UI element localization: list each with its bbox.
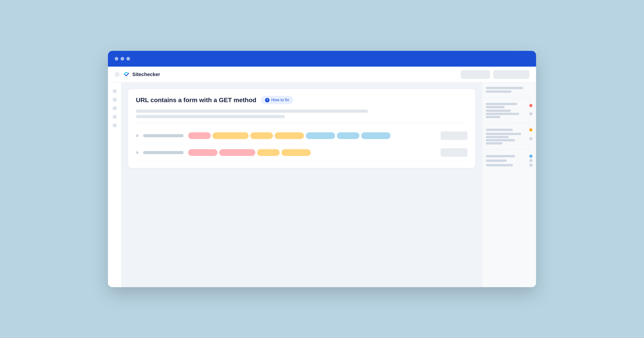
rs-line-1 [486, 87, 523, 89]
tag-orange-1 [212, 132, 248, 139]
row-action-1[interactable] [440, 131, 468, 140]
rs-line-7 [486, 116, 500, 118]
row-label-1 [143, 134, 184, 137]
tag-blue-2 [337, 132, 360, 139]
tag-pink-1 [188, 132, 211, 139]
rs-line-3 [486, 103, 517, 105]
main-content: URL contains a form with a GET method ? … [122, 82, 482, 287]
rs-line-15 [486, 164, 513, 166]
content-wrapper: URL contains a form with a GET method ? … [108, 82, 536, 287]
nav-back-button[interactable] [115, 72, 120, 77]
rs-sep-1 [486, 98, 532, 98]
row-indicator-1 [136, 134, 138, 137]
rs-item-4-3 [486, 164, 532, 167]
logo-text: Sitechecker [132, 72, 160, 77]
rs-dot-gray-2 [529, 137, 532, 140]
rs-label-2-1 [486, 103, 528, 108]
how-to-fix-icon: ? [265, 98, 270, 102]
navbar-right [461, 70, 529, 79]
sidebar-nav-item-2[interactable] [113, 98, 117, 102]
how-to-fix-button[interactable]: ? How to fix [261, 96, 293, 104]
rs-label-3-1 [486, 129, 528, 131]
tag-orange-2 [250, 132, 273, 139]
row-tags-2 [188, 149, 436, 156]
browser-dots [115, 57, 130, 60]
card-divider-1 [136, 123, 468, 123]
browser-dot-2 [120, 57, 124, 60]
rs-item-3-1 [486, 128, 532, 131]
rs-item-1-1 [486, 87, 532, 89]
rs-group-3 [486, 128, 532, 145]
table-row-2 [136, 144, 468, 161]
rs-item-2-2 [486, 110, 532, 118]
row-label-2 [143, 151, 184, 154]
rs-label-4-1 [486, 155, 528, 157]
description-line-1 [136, 110, 368, 113]
rs-label-4-2 [486, 160, 528, 162]
card-title: URL contains a form with a GET method [136, 97, 256, 104]
rs-dot-orange [529, 128, 532, 131]
logo-area: Sitechecker [123, 71, 160, 78]
table-row-1 [136, 127, 468, 144]
rs-line-11 [486, 139, 515, 141]
description-line-2 [136, 115, 285, 118]
rs-dot-gray-4 [529, 164, 532, 167]
tag-blue-1 [306, 132, 335, 139]
rs-group-4 [486, 155, 532, 167]
rs-dot-red [529, 104, 532, 107]
rs-item-4-2 [486, 159, 532, 162]
sidebar-nav-item-5[interactable] [113, 123, 117, 127]
tag-pink-3 [219, 149, 255, 156]
rs-line-9 [486, 133, 521, 135]
tag-blue-3 [361, 132, 390, 139]
sidebar-nav-item-3[interactable] [113, 106, 117, 110]
rs-label-1-1 [486, 87, 532, 89]
tag-pink-2 [188, 149, 218, 156]
rs-label-1-2 [486, 90, 532, 93]
row-tags-1 [188, 132, 436, 139]
rs-dot-blue [529, 155, 532, 158]
rs-sep-2 [486, 123, 532, 123]
row-action-2[interactable] [440, 148, 468, 157]
rs-line-13 [486, 155, 515, 157]
browser-dot-1 [115, 57, 118, 60]
how-to-fix-text: How to fix [271, 98, 289, 102]
rs-line-2 [486, 90, 512, 93]
nav-button-2[interactable] [493, 70, 529, 79]
rs-line-14 [486, 160, 507, 162]
tag-orange-4 [257, 149, 280, 156]
tag-orange-3 [275, 132, 304, 139]
rs-line-4 [486, 106, 504, 108]
rs-dot-gray-3 [529, 159, 532, 162]
browser-navbar: Sitechecker [108, 67, 536, 82]
rs-line-5 [486, 110, 511, 112]
nav-button-1[interactable] [461, 70, 490, 79]
navbar-left: Sitechecker [115, 71, 456, 78]
rs-line-8 [486, 129, 513, 131]
rs-label-3-2 [486, 133, 528, 145]
rs-label-2-2 [486, 110, 528, 118]
rs-item-2-1 [486, 103, 532, 108]
browser-window: Sitechecker URL contains a form with a G… [108, 51, 536, 287]
rs-item-3-2 [486, 133, 532, 145]
rs-group-2 [486, 103, 532, 118]
browser-titlebar [108, 51, 536, 67]
rs-group-1 [486, 87, 532, 93]
browser-dot-3 [126, 57, 130, 60]
right-sidebar [482, 82, 536, 287]
rs-line-10 [486, 136, 509, 138]
card-header: URL contains a form with a GET method ? … [136, 96, 468, 104]
tag-orange-5 [282, 149, 311, 156]
rs-dot-gray-1 [529, 112, 532, 115]
rs-line-6 [486, 113, 519, 115]
sidebar-nav-item-4[interactable] [113, 115, 117, 119]
rs-item-1-2 [486, 90, 532, 93]
rs-item-4-1 [486, 155, 532, 158]
rs-line-12 [486, 142, 502, 145]
left-sidebar [108, 82, 122, 287]
row-indicator-2 [136, 151, 138, 154]
main-card: URL contains a form with a GET method ? … [128, 89, 475, 168]
sidebar-nav-item-1[interactable] [113, 89, 117, 93]
sitechecker-logo-icon [123, 71, 130, 78]
rs-label-4-3 [486, 164, 528, 166]
